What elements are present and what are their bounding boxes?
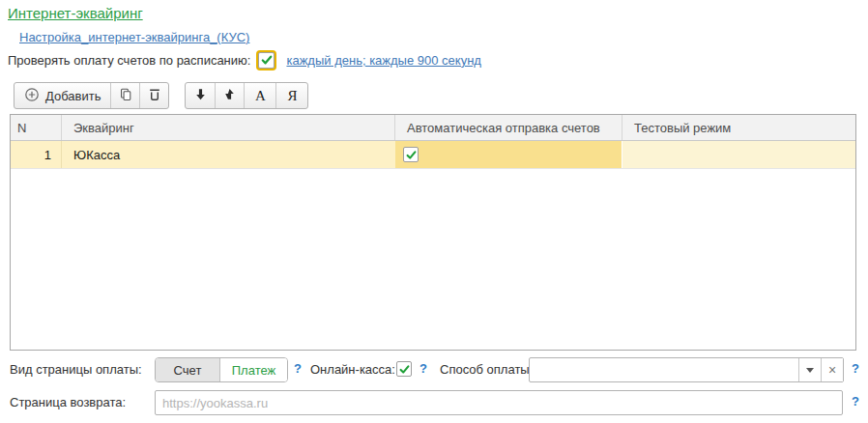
online-kassa-checkbox[interactable] bbox=[396, 361, 412, 377]
test-mode-cell[interactable] bbox=[622, 141, 855, 168]
auto-send-checkbox[interactable] bbox=[403, 147, 419, 162]
online-kassa-label: Онлайн-касса: bbox=[310, 362, 395, 377]
page-title[interactable]: Интернет-эквайринг bbox=[8, 5, 143, 21]
arrow-down-icon bbox=[193, 87, 208, 104]
clear-button[interactable]: × bbox=[821, 358, 843, 381]
checkmark-icon bbox=[260, 53, 274, 67]
toolbar: Добавить А Я bbox=[14, 82, 308, 109]
auto-send-cell[interactable] bbox=[395, 141, 622, 168]
sort-desc-button[interactable]: Я bbox=[275, 83, 307, 108]
payment-option-button[interactable]: Платеж bbox=[219, 358, 287, 381]
payment-page-kind-label: Вид страницы оплаты: bbox=[10, 362, 142, 377]
close-icon: × bbox=[828, 363, 836, 377]
delete-button[interactable] bbox=[139, 83, 168, 108]
order-button-group: А Я bbox=[185, 82, 308, 109]
add-button[interactable]: Добавить bbox=[14, 83, 110, 108]
dropdown-button[interactable] bbox=[798, 358, 821, 381]
copy-icon bbox=[118, 87, 133, 105]
schedule-checkbox[interactable] bbox=[258, 52, 275, 69]
column-header-acquiring[interactable]: Эквайринг bbox=[62, 115, 395, 140]
move-up-button[interactable] bbox=[215, 83, 244, 108]
column-header-auto-send[interactable]: Автоматическая отправка счетов bbox=[395, 115, 622, 140]
chevron-down-icon bbox=[806, 368, 814, 377]
arrow-up-icon bbox=[222, 87, 237, 104]
help-icon-return-page[interactable]: ? bbox=[852, 394, 859, 409]
acquiring-cell[interactable]: ЮКасса bbox=[62, 141, 395, 168]
payment-options-row: Вид страницы оплаты: Счет Платеж ? Онлай… bbox=[0, 356, 868, 383]
internet-acquiring-page: Интернет-эквайринг Настройка_интернет-эк… bbox=[0, 0, 868, 423]
column-header-n[interactable]: N bbox=[11, 115, 62, 140]
return-page-label: Страница возврата: bbox=[10, 395, 126, 409]
settings-link[interactable]: Настройка_интернет-эквайринга_(КУС) bbox=[19, 30, 249, 44]
schedule-label: Проверять оплату счетов по расписанию: bbox=[8, 53, 250, 68]
copy-button[interactable] bbox=[110, 83, 139, 108]
table-header: N Эквайринг Автоматическая отправка счет… bbox=[11, 115, 855, 141]
sort-asc-button[interactable]: А bbox=[244, 83, 275, 108]
help-icon-online-kassa[interactable]: ? bbox=[420, 361, 427, 376]
schedule-link[interactable]: каждый день; каждые 900 секунд bbox=[286, 53, 481, 68]
edit-button-group: Добавить bbox=[14, 82, 169, 109]
acquiring-table: N Эквайринг Автоматическая отправка счет… bbox=[10, 114, 856, 351]
checkmark-icon bbox=[398, 363, 411, 376]
row-number-cell: 1 bbox=[11, 141, 62, 168]
payment-page-kind-toggle: Счет Платеж bbox=[155, 357, 288, 382]
column-header-test-mode[interactable]: Тестовый режим bbox=[622, 115, 855, 140]
plus-circle-icon bbox=[24, 87, 40, 105]
add-button-label: Добавить bbox=[45, 89, 101, 103]
return-page-row: Страница возврата: ? bbox=[0, 389, 868, 416]
move-down-button[interactable] bbox=[186, 83, 215, 108]
trash-icon bbox=[147, 87, 162, 105]
return-page-input[interactable] bbox=[155, 390, 843, 415]
help-icon-payment-method[interactable]: ? bbox=[852, 361, 859, 376]
payment-method-value[interactable] bbox=[530, 358, 798, 381]
invoice-option-button[interactable]: Счет bbox=[156, 358, 219, 381]
payment-method-combobox[interactable]: × bbox=[529, 357, 844, 382]
schedule-row: Проверять оплату счетов по расписанию: к… bbox=[8, 49, 481, 70]
checkmark-icon bbox=[405, 149, 418, 161]
help-icon-payment-kind[interactable]: ? bbox=[294, 361, 302, 376]
table-row[interactable]: 1 ЮКасса bbox=[11, 141, 855, 169]
payment-method-label: Способ оплаты: bbox=[440, 362, 533, 377]
